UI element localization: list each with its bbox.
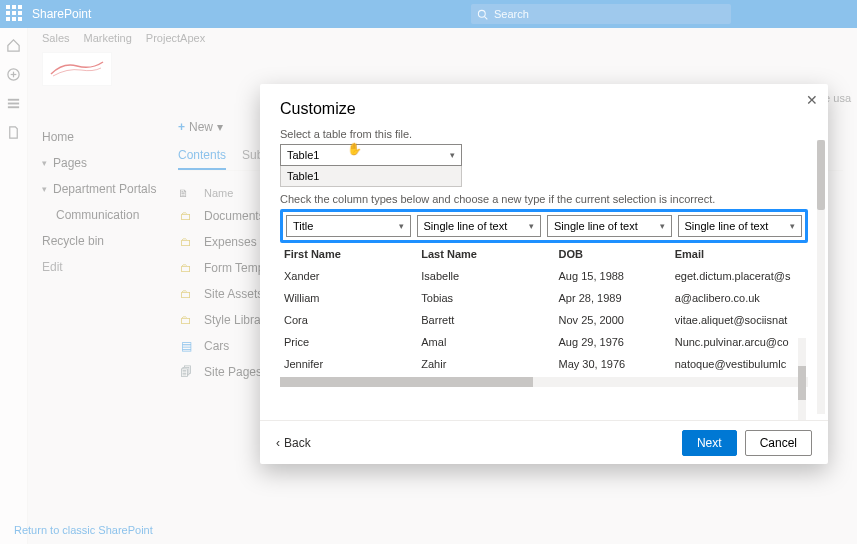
data-preview-table: First Name Last Name DOB Email XanderIsa… (280, 243, 808, 387)
table-cell: vitae.aliquet@sociisnat (671, 309, 808, 331)
list-item-label: Documents (204, 209, 265, 223)
return-classic-link[interactable]: Return to classic SharePoint (14, 524, 153, 536)
table-select[interactable]: Table1 ▾ ✋ (280, 144, 462, 166)
table-cell: Aug 29, 1976 (555, 331, 671, 353)
table-cell: Tobias (417, 287, 554, 309)
nav-recycle-bin[interactable]: Recycle bin (42, 228, 178, 254)
column-type-select-1[interactable]: Title▾ (286, 215, 411, 237)
svg-line-1 (485, 16, 488, 19)
chevron-down-icon: ▾ (42, 158, 47, 168)
home-icon[interactable] (6, 38, 21, 53)
folder-icon: 🗀 (178, 312, 194, 328)
column-type-select-4[interactable]: Single line of text▾ (678, 215, 803, 237)
nav-communication[interactable]: Communication (42, 202, 178, 228)
preview-header: First Name (280, 243, 417, 265)
table-cell: natoque@vestibulumlc (671, 353, 808, 375)
left-nav: Home ▾Pages ▾Department Portals Communic… (28, 28, 178, 544)
folder-icon: 🗀 (178, 260, 194, 276)
table-cell: Nov 25, 2000 (555, 309, 671, 331)
svg-rect-5 (8, 99, 19, 101)
chevron-down-icon: ▾ (217, 120, 223, 134)
table-cell: Apr 28, 1989 (555, 287, 671, 309)
column-type-select-3[interactable]: Single line of text▾ (547, 215, 672, 237)
svg-rect-7 (8, 106, 19, 108)
nav-edit[interactable]: Edit (42, 254, 178, 280)
plus-circle-icon[interactable] (6, 67, 21, 82)
chevron-down-icon: ▾ (399, 221, 404, 231)
list-item-label: Site Assets (204, 287, 263, 301)
pages-icon: 🗐 (178, 364, 194, 380)
doc-icon: 🗎 (178, 187, 194, 199)
chevron-left-icon: ‹ (276, 436, 280, 450)
nav-department-portals[interactable]: ▾Department Portals (42, 176, 178, 202)
new-button[interactable]: +New ▾ (178, 120, 223, 134)
table-select-dropdown: Table1 (280, 166, 462, 187)
list-icon: ▤ (178, 338, 194, 354)
customize-dialog: ✕ Customize Select a table from this fil… (260, 84, 828, 464)
chevron-down-icon: ▾ (529, 221, 534, 231)
chevron-down-icon: ▾ (450, 150, 455, 160)
column-type-instructions: Check the column types below and choose … (280, 193, 808, 205)
nav-home[interactable]: Home (42, 124, 178, 150)
close-button[interactable]: ✕ (806, 92, 818, 108)
file-icon[interactable] (6, 125, 21, 140)
app-launcher-icon[interactable] (6, 5, 24, 23)
folder-icon: 🗀 (178, 286, 194, 302)
plus-icon: + (178, 120, 185, 134)
preview-header: Email (671, 243, 808, 265)
table-cell: Zahir (417, 353, 554, 375)
preview-horizontal-scrollbar[interactable] (280, 377, 808, 387)
table-cell: a@aclibero.co.uk (671, 287, 808, 309)
list-item-label: Cars (204, 339, 229, 353)
column-header-name[interactable]: Name (204, 187, 233, 199)
dialog-title: Customize (260, 84, 828, 128)
table-cell: Aug 15, 1988 (555, 265, 671, 287)
table-cell: Cora (280, 309, 417, 331)
svg-point-0 (478, 10, 485, 17)
svg-rect-6 (8, 103, 19, 105)
select-table-label: Select a table from this file. (280, 128, 808, 140)
table-row: JenniferZahirMay 30, 1976natoque@vestibu… (280, 353, 808, 375)
preview-header: Last Name (417, 243, 554, 265)
search-placeholder: Search (494, 8, 529, 20)
next-button[interactable]: Next (682, 430, 737, 456)
search-input[interactable]: Search (471, 4, 731, 24)
folder-icon: 🗀 (178, 208, 194, 224)
chevron-down-icon: ▾ (790, 221, 795, 231)
chevron-down-icon: ▾ (660, 221, 665, 231)
column-type-select-2[interactable]: Single line of text▾ (417, 215, 542, 237)
list-item-label: Site Pages (204, 365, 262, 379)
preview-vertical-scrollbar[interactable] (798, 338, 806, 420)
dialog-footer: ‹Back Next Cancel (260, 420, 828, 464)
cancel-button[interactable]: Cancel (745, 430, 812, 456)
cursor-icon: ✋ (347, 142, 362, 156)
table-select-value: Table1 (287, 149, 319, 161)
table-cell: William (280, 287, 417, 309)
table-cell: eget.dictum.placerat@s (671, 265, 808, 287)
suite-bar: SharePoint Search (0, 0, 857, 28)
preview-header: DOB (555, 243, 671, 265)
chevron-down-icon: ▾ (42, 184, 47, 194)
table-cell: Price (280, 331, 417, 353)
table-row: PriceAmalAug 29, 1976Nunc.pulvinar.arcu@… (280, 331, 808, 353)
back-button[interactable]: ‹Back (276, 436, 311, 450)
table-row: XanderIsabelleAug 15, 1988eget.dictum.pl… (280, 265, 808, 287)
search-icon (477, 9, 488, 20)
table-option[interactable]: Table1 (281, 166, 461, 186)
table-row: WilliamTobiasApr 28, 1989a@aclibero.co.u… (280, 287, 808, 309)
table-row: CoraBarrettNov 25, 2000vitae.aliquet@soc… (280, 309, 808, 331)
folder-icon: 🗀 (178, 234, 194, 250)
nav-pages[interactable]: ▾Pages (42, 150, 178, 176)
table-cell: Amal (417, 331, 554, 353)
product-name: SharePoint (32, 7, 91, 21)
table-cell: Xander (280, 265, 417, 287)
list-icon[interactable] (6, 96, 21, 111)
table-cell: May 30, 1976 (555, 353, 671, 375)
table-cell: Isabelle (417, 265, 554, 287)
column-type-row: Title▾ Single line of text▾ Single line … (280, 209, 808, 243)
table-cell: Barrett (417, 309, 554, 331)
table-cell: Nunc.pulvinar.arcu@co (671, 331, 808, 353)
list-item-label: Expenses (204, 235, 257, 249)
app-rail (0, 28, 28, 544)
tab-contents[interactable]: Contents (178, 142, 226, 170)
